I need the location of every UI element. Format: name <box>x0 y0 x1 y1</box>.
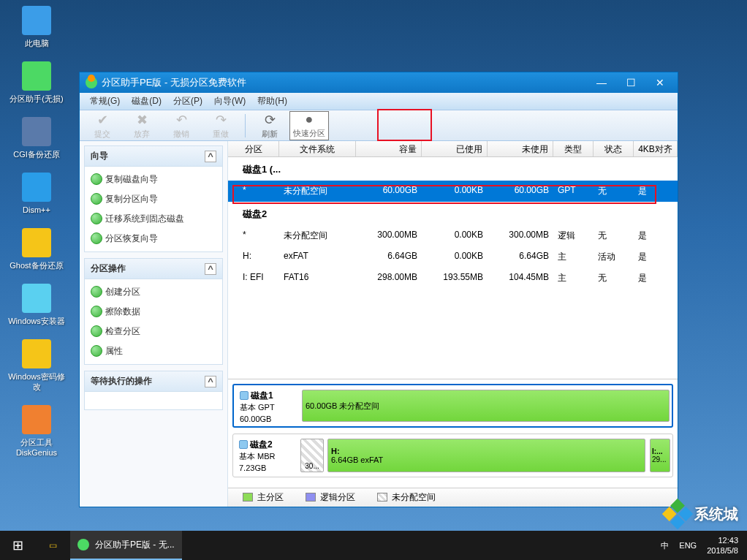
legend-logical: 逻辑分区 <box>306 491 355 504</box>
col-filesystem[interactable]: 文件系统 <box>279 141 356 156</box>
panel-item[interactable]: 分区恢复向导 <box>85 229 222 249</box>
disk1-bar[interactable]: 磁盘1 基本 GPT 60.00GB 60.00GB 未分配空间 <box>232 384 673 428</box>
pending-panel-header[interactable]: 等待执行的操作 ^ <box>85 371 222 392</box>
toolbar-button: ↶撤销 <box>162 111 201 140</box>
desktop-icon[interactable]: 分区助手(无损) <box>7 61 66 104</box>
ops-panel: 分区操作 ^ 创建分区擦除数据检查分区属性 <box>84 258 223 365</box>
desktop-icon[interactable]: Dism++ <box>7 173 66 215</box>
app-icon <box>77 539 89 550</box>
panel-item[interactable]: 创建分区 <box>85 282 222 302</box>
ops-panel-body: 创建分区擦除数据检查分区属性 <box>85 279 222 364</box>
wizard-panel-header[interactable]: 向导 ^ <box>85 146 222 167</box>
table-row[interactable]: *未分配空间300.00MB0.00KB300.00MB逻辑无是 <box>228 225 678 246</box>
legend-primary: 主分区 <box>243 491 284 504</box>
titlebar[interactable]: 分区助手PE版 - 无损分区免费软件 — ☐ ✕ <box>80 72 678 93</box>
highlight-red-box <box>377 109 432 141</box>
close-button[interactable]: ✕ <box>645 74 675 91</box>
wizard-panel-body: 复制磁盘向导复制分区向导迁移系统到固态磁盘分区恢复向导 <box>85 167 222 251</box>
table-header: 分区 文件系统 容量 已使用 未使用 类型 状态 4KB对齐 <box>228 141 678 157</box>
disk-bars-area: 磁盘1 基本 GPT 60.00GB 60.00GB 未分配空间 磁盘2 基本 … <box>228 379 678 488</box>
desktop: 此电脑分区助手(无损)CGI备份还原Dism++Ghost备份还原Windows… <box>0 0 73 526</box>
app-window: 分区助手PE版 - 无损分区免费软件 — ☐ ✕ 常规(G)磁盘(D)分区(P)… <box>79 72 678 507</box>
collapse-icon[interactable]: ^ <box>205 151 216 162</box>
collapse-icon[interactable]: ^ <box>205 376 216 387</box>
toolbar-button: ✔提交 <box>83 111 122 140</box>
col-status[interactable]: 状态 <box>594 141 634 156</box>
desktop-icon[interactable]: 此电脑 <box>7 6 66 48</box>
toolbar-button: ↷重做 <box>201 111 240 140</box>
panel-item[interactable]: 检查分区 <box>85 322 222 341</box>
left-panel: 向导 ^ 复制磁盘向导复制分区向导迁移系统到固态磁盘分区恢复向导 分区操作 ^ … <box>80 141 228 507</box>
toolbar: ✔提交✖放弃↶撤销↷重做⟳刷新●快速分区 <box>80 110 678 141</box>
col-capacity[interactable]: 容量 <box>356 141 422 156</box>
ops-panel-header[interactable]: 分区操作 ^ <box>85 259 222 279</box>
system-tray: 中 ENG 12:43 2018/5/8 <box>652 535 747 556</box>
collapse-icon[interactable]: ^ <box>205 263 216 275</box>
disk2-info: 磁盘2 基本 MBR 7.23GB <box>233 434 299 477</box>
taskbar: ⊞ ▭ 分区助手PE版 - 无... 中 ENG 12:43 2018/5/8 <box>0 531 747 560</box>
disk-icon <box>240 391 249 400</box>
panel-item[interactable]: 复制分区向导 <box>85 189 222 209</box>
table-row[interactable]: *未分配空间60.00GB0.00KB60.00GBGPT无是 <box>228 181 678 202</box>
disk2-seg-i[interactable]: I:... 29... <box>650 439 670 472</box>
col-type[interactable]: 类型 <box>553 141 594 156</box>
table-row[interactable]: I: EFIFAT16298.00MB193.55MB104.45MB主无是 <box>228 268 678 289</box>
ime-chinese[interactable]: 中 <box>661 540 669 551</box>
toolbar-button: ✖放弃 <box>122 111 162 140</box>
desktop-icon[interactable]: 分区工具DiskGenius <box>7 405 66 458</box>
right-panel: 分区 文件系统 容量 已使用 未使用 类型 状态 4KB对齐 磁盘1 (... … <box>228 141 678 507</box>
disk1-seg-unalloc[interactable]: 60.00GB 未分配空间 <box>302 390 670 422</box>
watermark: 系统城 <box>667 503 738 525</box>
menubar: 常规(G)磁盘(D)分区(P)向导(W)帮助(H) <box>80 93 678 110</box>
watermark-icon <box>662 499 693 529</box>
disk2-seg-unalloc[interactable]: 30... <box>300 439 324 472</box>
panel-item[interactable]: 迁移系统到固态磁盘 <box>85 209 222 229</box>
disk-icon <box>239 440 248 449</box>
disk1-header[interactable]: 磁盘1 (... <box>228 157 678 181</box>
panel-item[interactable]: 属性 <box>85 341 222 361</box>
toolbar-button[interactable]: ●快速分区 <box>289 111 329 140</box>
col-used[interactable]: 已使用 <box>422 141 488 156</box>
table-body: 磁盘1 (... *未分配空间60.00GB0.00KB60.00GBGPT无是… <box>228 157 678 379</box>
legend-unalloc: 未分配空间 <box>377 491 436 504</box>
menu-item[interactable]: 向导(W) <box>208 94 251 109</box>
body-area: 向导 ^ 复制磁盘向导复制分区向导迁移系统到固态磁盘分区恢复向导 分区操作 ^ … <box>80 141 678 507</box>
disk2-bar[interactable]: 磁盘2 基本 MBR 7.23GB 30... H: 6.64GB exFAT … <box>232 434 673 477</box>
menu-item[interactable]: 帮助(H) <box>251 94 293 109</box>
disk2-header[interactable]: 磁盘2 <box>228 202 678 225</box>
col-partition[interactable]: 分区 <box>228 141 279 156</box>
menu-item[interactable]: 分区(P) <box>167 94 208 109</box>
desktop-icon[interactable]: Ghost备份还原 <box>7 228 66 270</box>
maximize-button[interactable]: ☐ <box>616 74 645 91</box>
wizard-panel: 向导 ^ 复制磁盘向导复制分区向导迁移系统到固态磁盘分区恢复向导 <box>84 145 223 252</box>
desktop-icon[interactable]: Windows安装器 <box>7 284 66 326</box>
table-row[interactable]: H:exFAT6.64GB0.00KB6.64GB主活动是 <box>228 246 678 268</box>
pending-panel: 等待执行的操作 ^ <box>84 371 223 410</box>
minimize-button[interactable]: — <box>587 74 616 91</box>
clock[interactable]: 12:43 2018/5/8 <box>707 535 738 556</box>
desktop-icon[interactable]: CGI备份还原 <box>7 117 66 159</box>
panel-item[interactable]: 复制磁盘向导 <box>85 170 222 189</box>
desktop-icon[interactable]: Windows密码修改 <box>7 339 66 392</box>
app-icon <box>86 77 97 88</box>
menu-item[interactable]: 常规(G) <box>84 94 126 109</box>
window-controls: — ☐ ✕ <box>587 74 675 91</box>
legend: 主分区 逻辑分区 未分配空间 <box>228 488 678 507</box>
panel-item[interactable]: 擦除数据 <box>85 302 222 322</box>
col-free[interactable]: 未使用 <box>488 141 553 156</box>
col-4k-align[interactable]: 4KB对齐 <box>634 141 678 156</box>
start-button[interactable]: ⊞ <box>0 531 35 560</box>
window-title: 分区助手PE版 - 无损分区免费软件 <box>102 76 246 89</box>
ime-english[interactable]: ENG <box>679 541 697 550</box>
disk1-info: 磁盘1 基本 GPT 60.00GB <box>234 385 300 426</box>
disk2-seg-h[interactable]: H: 6.64GB exFAT <box>327 439 645 472</box>
file-explorer-icon[interactable]: ▭ <box>35 531 70 560</box>
menu-item[interactable]: 磁盘(D) <box>126 94 167 109</box>
taskbar-app-button[interactable]: 分区助手PE版 - 无... <box>70 531 182 560</box>
toolbar-button[interactable]: ⟳刷新 <box>250 111 289 140</box>
pending-panel-body <box>85 392 222 409</box>
